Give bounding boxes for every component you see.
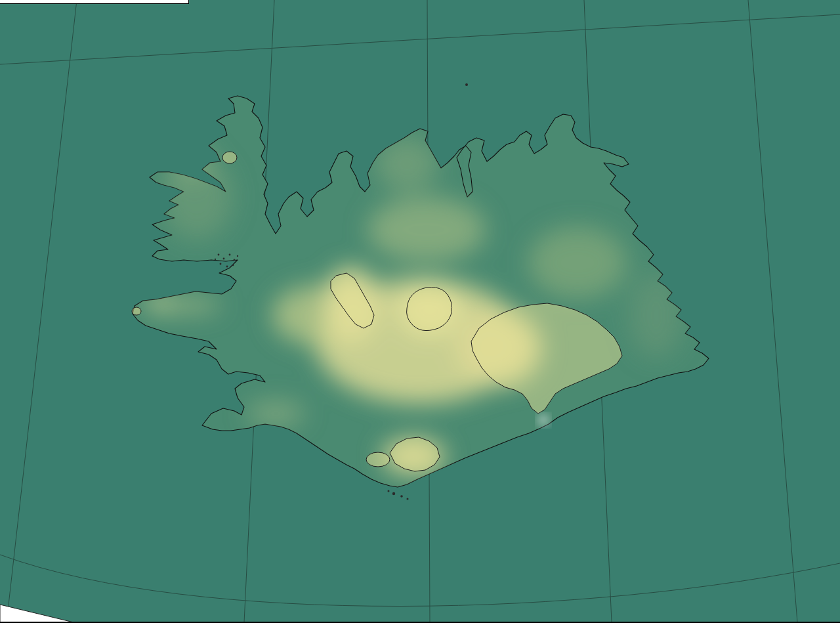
title-box — [0, 0, 189, 4]
value-labels-layer — [0, 0, 840, 622]
weather-map-screenshot — [0, 0, 840, 642]
colorbar-tick-labels — [0, 632, 840, 642]
map-area — [0, 0, 840, 622]
colorbar — [0, 622, 840, 633]
